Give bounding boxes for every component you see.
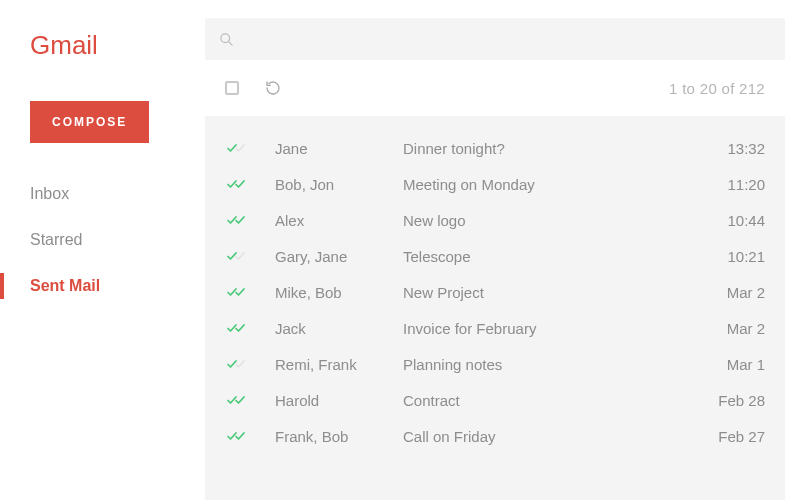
sidebar-nav: InboxStarredSent Mail (0, 171, 205, 309)
message-row[interactable]: Bob, JonMeeting on Monday11:20 (205, 166, 785, 202)
message-subject: Telescope (403, 248, 693, 265)
read-status-icon (225, 358, 275, 370)
message-time: 10:44 (693, 212, 765, 229)
message-row[interactable]: HaroldContractFeb 28 (205, 382, 785, 418)
read-status-icon (225, 394, 275, 406)
message-sender: Remi, Frank (275, 356, 403, 373)
message-sender: Bob, Jon (275, 176, 403, 193)
main-panel: 1 to 20 of 212 JaneDinner tonight?13:32B… (205, 0, 800, 500)
brand-title: Gmail (0, 30, 205, 61)
svg-line-1 (228, 41, 232, 45)
page-count: 1 to 20 of 212 (669, 80, 765, 97)
sidebar-item[interactable]: Starred (0, 217, 205, 263)
search-bar[interactable] (205, 18, 785, 60)
message-row[interactable]: Mike, BobNew ProjectMar 2 (205, 274, 785, 310)
read-status-icon (225, 286, 275, 298)
message-row[interactable]: Gary, JaneTelescope10:21 (205, 238, 785, 274)
read-status-icon (225, 178, 275, 190)
message-time: Feb 27 (693, 428, 765, 445)
sidebar-item[interactable]: Inbox (0, 171, 205, 217)
message-list: JaneDinner tonight?13:32Bob, JonMeeting … (205, 116, 785, 500)
message-row[interactable]: JackInvoice for FebruaryMar 2 (205, 310, 785, 346)
message-time: 11:20 (693, 176, 765, 193)
message-sender: Jack (275, 320, 403, 337)
message-time: Mar 2 (693, 320, 765, 337)
list-toolbar: 1 to 20 of 212 (205, 60, 785, 116)
message-sender: Frank, Bob (275, 428, 403, 445)
message-subject: Dinner tonight? (403, 140, 693, 157)
read-status-icon (225, 430, 275, 442)
search-icon (219, 32, 234, 47)
message-row[interactable]: JaneDinner tonight?13:32 (205, 130, 785, 166)
message-subject: New Project (403, 284, 693, 301)
read-status-icon (225, 214, 275, 226)
sidebar-item[interactable]: Sent Mail (0, 263, 205, 309)
message-time: 10:21 (693, 248, 765, 265)
compose-button[interactable]: COMPOSE (30, 101, 149, 143)
message-subject: Invoice for February (403, 320, 693, 337)
read-status-icon (225, 250, 275, 262)
message-sender: Harold (275, 392, 403, 409)
select-all-checkbox[interactable] (225, 81, 239, 95)
message-subject: Meeting on Monday (403, 176, 693, 193)
message-time: 13:32 (693, 140, 765, 157)
refresh-icon[interactable] (265, 80, 281, 96)
message-subject: New logo (403, 212, 693, 229)
message-subject: Contract (403, 392, 693, 409)
message-row[interactable]: Frank, BobCall on FridayFeb 27 (205, 418, 785, 454)
message-sender: Gary, Jane (275, 248, 403, 265)
message-time: Mar 1 (693, 356, 765, 373)
sidebar: Gmail COMPOSE InboxStarredSent Mail (0, 0, 205, 500)
message-time: Feb 28 (693, 392, 765, 409)
message-sender: Alex (275, 212, 403, 229)
message-row[interactable]: Remi, FrankPlanning notesMar 1 (205, 346, 785, 382)
message-time: Mar 2 (693, 284, 765, 301)
read-status-icon (225, 322, 275, 334)
message-subject: Planning notes (403, 356, 693, 373)
message-sender: Mike, Bob (275, 284, 403, 301)
read-status-icon (225, 142, 275, 154)
message-row[interactable]: AlexNew logo10:44 (205, 202, 785, 238)
search-input[interactable] (246, 31, 771, 47)
message-sender: Jane (275, 140, 403, 157)
message-subject: Call on Friday (403, 428, 693, 445)
app-root: Gmail COMPOSE InboxStarredSent Mail (0, 0, 800, 500)
